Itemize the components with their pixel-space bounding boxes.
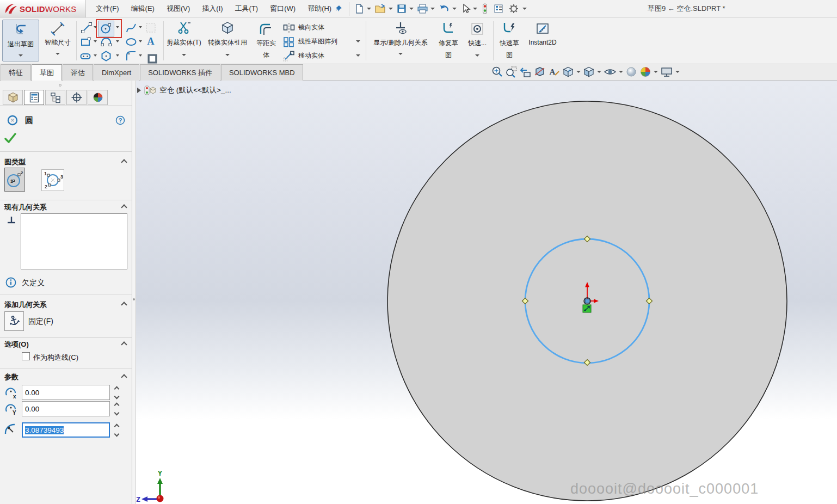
linear-pattern-label[interactable]: 线性草图阵列 [298, 37, 337, 46]
zoom-area-icon[interactable] [506, 66, 518, 78]
display-relations-button[interactable]: 显示/删除几何关系 [368, 20, 433, 62]
existing-relations-listbox[interactable] [21, 213, 127, 269]
select-cursor-icon[interactable] [461, 3, 471, 14]
panel-grip-dot[interactable] [59, 84, 61, 87]
annotation-view-icon[interactable]: A [548, 66, 560, 78]
menu-view[interactable]: 视图(V) [167, 4, 190, 14]
save-caret[interactable] [409, 8, 414, 10]
view-settings-caret[interactable] [675, 71, 680, 73]
save-icon[interactable] [396, 3, 407, 14]
circle-type-header[interactable]: 圆类型 [4, 157, 26, 167]
sketch-picture-icon[interactable] [145, 22, 157, 34]
fillet-tool-icon[interactable] [125, 50, 137, 62]
edit-appearance-icon[interactable] [625, 66, 637, 78]
exit-sketch-button[interactable]: 退出草图 [2, 20, 39, 62]
gear-caret[interactable] [522, 8, 527, 10]
text-tool-icon[interactable]: A [145, 35, 157, 47]
display-style-icon[interactable] [583, 66, 595, 78]
trim-caret[interactable] [182, 54, 186, 56]
property-manager-tab[interactable] [24, 90, 44, 105]
center-x-spinner[interactable] [112, 385, 121, 400]
rectangle-tool-icon[interactable] [79, 36, 91, 48]
center-x-input[interactable] [22, 385, 110, 400]
slot-tool-caret[interactable] [94, 54, 97, 57]
instant2d-button[interactable]: Instant2D [525, 20, 561, 63]
line-tool-caret[interactable] [94, 26, 97, 28]
hide-show-items-caret[interactable] [619, 71, 623, 73]
open-caret[interactable] [389, 8, 393, 10]
dimxpert-manager-tab[interactable] [66, 90, 87, 105]
apply-scene-caret[interactable] [654, 71, 658, 73]
display-manager-tab[interactable] [88, 90, 108, 105]
display-style-caret[interactable] [597, 71, 601, 73]
polygon-tool-caret[interactable] [116, 54, 119, 57]
tab-solidworks-mbd[interactable]: SOLIDWORKS MBD [221, 64, 303, 81]
rapid-button[interactable]: 快速... [464, 20, 491, 63]
circle-tool-caret[interactable] [116, 26, 119, 28]
menu-insert[interactable]: 插入(I) [202, 4, 223, 14]
ok-check-icon[interactable] [4, 133, 16, 144]
arc-tool-icon[interactable] [100, 36, 112, 48]
help-icon[interactable]: ? [115, 115, 125, 125]
offset-entities-button[interactable]: 等距实体 [253, 20, 280, 63]
origin-marker[interactable] [584, 298, 590, 304]
line-tool-icon[interactable] [81, 22, 93, 34]
tab-evaluate[interactable]: 评估 [63, 64, 93, 81]
panel-splitter[interactable] [132, 81, 136, 504]
options-collapse-chevron[interactable] [121, 341, 127, 347]
arc-tool-caret[interactable] [116, 40, 119, 42]
construction-line-checkbox[interactable] [22, 352, 30, 360]
menu-file[interactable]: 文件(F) [96, 4, 119, 14]
smart-dimension-caret[interactable] [56, 53, 60, 55]
undo-caret[interactable] [452, 8, 457, 10]
parameters-header[interactable]: 参数 [4, 372, 19, 382]
linear-pattern-caret[interactable] [356, 40, 360, 42]
section-view-icon[interactable] [534, 66, 546, 78]
circle-tool-icon[interactable] [100, 22, 112, 34]
add-relations-header[interactable]: 添加几何关系 [4, 300, 47, 310]
rectangle-tool-caret[interactable] [94, 40, 97, 42]
repair-sketch-button[interactable]: 修复草图 [435, 20, 461, 63]
mirror-entities-label[interactable]: 镜向实体 [298, 23, 324, 32]
apply-scene-icon[interactable] [639, 66, 651, 78]
convert-entities-button[interactable]: 转换实体引用 [204, 20, 251, 62]
tab-dimxpert[interactable]: DimXpert [94, 64, 139, 81]
zoom-fit-icon[interactable] [491, 66, 503, 78]
slot-tool-icon[interactable] [79, 50, 91, 62]
feature-manager-tab[interactable] [3, 90, 23, 105]
menu-tools[interactable]: 工具(T) [235, 4, 259, 14]
sketch-canvas[interactable] [136, 81, 837, 504]
tab-sketch[interactable]: 草图 [32, 64, 62, 81]
spline-tool-icon[interactable] [125, 22, 137, 34]
add-relations-collapse-chevron[interactable] [121, 302, 127, 308]
existing-relations-collapse-chevron[interactable] [121, 204, 127, 210]
print-caret[interactable] [430, 8, 435, 10]
view-orientation-icon[interactable] [562, 66, 574, 78]
center-y-input[interactable] [22, 401, 110, 416]
move-entities-label[interactable]: 移动实体 [298, 51, 324, 60]
polygon-tool-icon[interactable] [100, 50, 112, 62]
convert-entities-caret[interactable] [225, 54, 230, 56]
fix-relation-button[interactable] [4, 311, 24, 331]
spline-tool-caret[interactable] [139, 26, 142, 28]
view-orientation-caret[interactable] [576, 71, 581, 73]
existing-relations-header[interactable]: 现有几何关系 [4, 202, 47, 212]
previous-view-icon[interactable] [520, 66, 532, 78]
fillet-tool-caret[interactable] [139, 54, 142, 57]
open-icon[interactable] [374, 3, 386, 14]
configuration-manager-tab[interactable] [45, 90, 65, 105]
ellipse-tool-caret[interactable] [139, 40, 142, 42]
circle-type-collapse-chevron[interactable] [121, 159, 127, 165]
menu-edit[interactable]: 编辑(E) [131, 4, 155, 14]
trim-entities-button[interactable]: 剪裁实体(T) [164, 20, 204, 62]
parameters-collapse-chevron[interactable] [121, 374, 127, 380]
move-entities-caret[interactable] [356, 54, 360, 57]
hide-show-items-icon[interactable] [604, 66, 617, 78]
tab-solidworks-addins[interactable]: SOLIDWORKS 插件 [140, 64, 220, 81]
new-document-icon[interactable] [354, 3, 365, 14]
menu-window[interactable]: 窗口(W) [270, 4, 296, 14]
center-circle-type-button[interactable]: 1 2 [4, 168, 25, 192]
undo-icon[interactable] [438, 3, 450, 14]
rapid-caret[interactable] [475, 54, 479, 57]
select-caret[interactable] [473, 8, 477, 10]
